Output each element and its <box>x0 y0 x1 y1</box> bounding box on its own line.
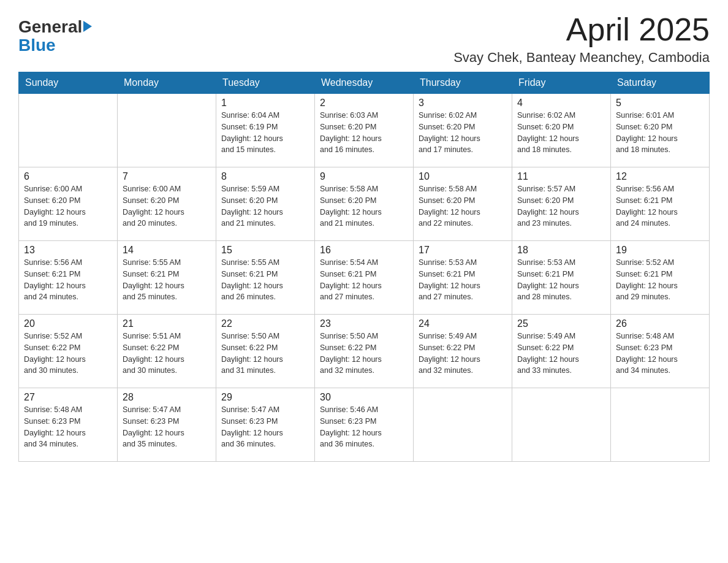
calendar-cell: 26Sunrise: 5:48 AM Sunset: 6:23 PM Dayli… <box>611 315 710 388</box>
column-header-wednesday: Wednesday <box>315 72 414 94</box>
day-number: 2 <box>320 98 408 109</box>
day-number: 22 <box>221 318 309 329</box>
column-header-friday: Friday <box>512 72 611 94</box>
day-number: 10 <box>419 171 507 182</box>
calendar-cell: 17Sunrise: 5:53 AM Sunset: 6:21 PM Dayli… <box>414 241 512 315</box>
calendar-cell: 5Sunrise: 6:01 AM Sunset: 6:20 PM Daylig… <box>611 94 710 167</box>
day-info: Sunrise: 5:50 AM Sunset: 6:22 PM Dayligh… <box>320 331 408 377</box>
day-number: 15 <box>221 245 309 256</box>
calendar-cell: 7Sunrise: 6:00 AM Sunset: 6:20 PM Daylig… <box>118 167 216 241</box>
day-info: Sunrise: 5:58 AM Sunset: 6:20 PM Dayligh… <box>320 183 408 229</box>
day-number: 19 <box>616 245 704 256</box>
logo-blue-text: Blue <box>18 36 56 55</box>
column-header-saturday: Saturday <box>611 72 710 94</box>
calendar-cell: 14Sunrise: 5:55 AM Sunset: 6:21 PM Dayli… <box>118 241 216 315</box>
calendar-cell: 9Sunrise: 5:58 AM Sunset: 6:20 PM Daylig… <box>315 167 414 241</box>
calendar-week-row: 1Sunrise: 6:04 AM Sunset: 6:19 PM Daylig… <box>19 94 710 167</box>
day-info: Sunrise: 5:56 AM Sunset: 6:21 PM Dayligh… <box>24 257 112 303</box>
page-header: General Blue April 2025 Svay Chek, Bante… <box>18 12 710 66</box>
location-title: Svay Chek, Banteay Meanchey, Cambodia <box>453 50 710 66</box>
day-info: Sunrise: 6:04 AM Sunset: 6:19 PM Dayligh… <box>221 110 309 156</box>
calendar-cell: 1Sunrise: 6:04 AM Sunset: 6:19 PM Daylig… <box>216 94 315 167</box>
calendar-cell: 2Sunrise: 6:03 AM Sunset: 6:20 PM Daylig… <box>315 94 414 167</box>
day-info: Sunrise: 6:00 AM Sunset: 6:20 PM Dayligh… <box>123 183 211 229</box>
day-info: Sunrise: 5:58 AM Sunset: 6:20 PM Dayligh… <box>419 183 507 229</box>
calendar-week-row: 20Sunrise: 5:52 AM Sunset: 6:22 PM Dayli… <box>19 315 710 388</box>
day-info: Sunrise: 5:49 AM Sunset: 6:22 PM Dayligh… <box>517 331 605 377</box>
day-info: Sunrise: 5:49 AM Sunset: 6:22 PM Dayligh… <box>419 331 507 377</box>
calendar-header-row: SundayMondayTuesdayWednesdayThursdayFrid… <box>19 72 710 94</box>
day-info: Sunrise: 5:53 AM Sunset: 6:21 PM Dayligh… <box>517 257 605 303</box>
calendar-cell <box>19 94 118 167</box>
day-info: Sunrise: 5:48 AM Sunset: 6:23 PM Dayligh… <box>24 404 112 450</box>
calendar-cell: 25Sunrise: 5:49 AM Sunset: 6:22 PM Dayli… <box>512 315 611 388</box>
logo-arrow-icon <box>83 21 92 32</box>
calendar-cell <box>512 388 611 462</box>
calendar-cell: 20Sunrise: 5:52 AM Sunset: 6:22 PM Dayli… <box>19 315 118 388</box>
calendar-cell: 30Sunrise: 5:46 AM Sunset: 6:23 PM Dayli… <box>315 388 414 462</box>
day-number: 3 <box>419 98 507 109</box>
column-header-thursday: Thursday <box>414 72 512 94</box>
calendar-cell: 3Sunrise: 6:02 AM Sunset: 6:20 PM Daylig… <box>414 94 512 167</box>
day-number: 1 <box>221 98 309 109</box>
calendar-cell: 22Sunrise: 5:50 AM Sunset: 6:22 PM Dayli… <box>216 315 315 388</box>
calendar-week-row: 6Sunrise: 6:00 AM Sunset: 6:20 PM Daylig… <box>19 167 710 241</box>
calendar-cell: 10Sunrise: 5:58 AM Sunset: 6:20 PM Dayli… <box>414 167 512 241</box>
day-info: Sunrise: 5:54 AM Sunset: 6:21 PM Dayligh… <box>320 257 408 303</box>
calendar-cell: 24Sunrise: 5:49 AM Sunset: 6:22 PM Dayli… <box>414 315 512 388</box>
day-number: 17 <box>419 245 507 256</box>
logo: General Blue <box>18 18 92 55</box>
calendar-cell: 27Sunrise: 5:48 AM Sunset: 6:23 PM Dayli… <box>19 388 118 462</box>
calendar-cell: 21Sunrise: 5:51 AM Sunset: 6:22 PM Dayli… <box>118 315 216 388</box>
day-number: 7 <box>123 171 211 182</box>
calendar-cell: 16Sunrise: 5:54 AM Sunset: 6:21 PM Dayli… <box>315 241 414 315</box>
day-number: 8 <box>221 171 309 182</box>
day-info: Sunrise: 5:57 AM Sunset: 6:20 PM Dayligh… <box>517 183 605 229</box>
day-info: Sunrise: 5:59 AM Sunset: 6:20 PM Dayligh… <box>221 183 309 229</box>
calendar-cell: 29Sunrise: 5:47 AM Sunset: 6:23 PM Dayli… <box>216 388 315 462</box>
day-number: 21 <box>123 318 211 329</box>
logo-general: General <box>18 18 82 36</box>
day-number: 28 <box>123 392 211 403</box>
day-info: Sunrise: 6:02 AM Sunset: 6:20 PM Dayligh… <box>517 110 605 156</box>
day-info: Sunrise: 5:47 AM Sunset: 6:23 PM Dayligh… <box>221 404 309 450</box>
day-number: 9 <box>320 171 408 182</box>
calendar-cell <box>118 94 216 167</box>
day-number: 14 <box>123 245 211 256</box>
day-info: Sunrise: 5:55 AM Sunset: 6:21 PM Dayligh… <box>221 257 309 303</box>
month-title: April 2025 <box>453 12 710 47</box>
day-number: 6 <box>24 171 112 182</box>
day-number: 18 <box>517 245 605 256</box>
day-number: 25 <box>517 318 605 329</box>
calendar-cell: 23Sunrise: 5:50 AM Sunset: 6:22 PM Dayli… <box>315 315 414 388</box>
calendar-cell: 13Sunrise: 5:56 AM Sunset: 6:21 PM Dayli… <box>19 241 118 315</box>
day-info: Sunrise: 5:50 AM Sunset: 6:22 PM Dayligh… <box>221 331 309 377</box>
calendar-cell: 4Sunrise: 6:02 AM Sunset: 6:20 PM Daylig… <box>512 94 611 167</box>
day-number: 20 <box>24 318 112 329</box>
column-header-monday: Monday <box>118 72 216 94</box>
day-info: Sunrise: 5:47 AM Sunset: 6:23 PM Dayligh… <box>123 404 211 450</box>
day-number: 24 <box>419 318 507 329</box>
day-number: 23 <box>320 318 408 329</box>
title-section: April 2025 Svay Chek, Banteay Meanchey, … <box>453 12 710 66</box>
day-number: 11 <box>517 171 605 182</box>
day-number: 16 <box>320 245 408 256</box>
day-info: Sunrise: 5:53 AM Sunset: 6:21 PM Dayligh… <box>419 257 507 303</box>
day-info: Sunrise: 6:02 AM Sunset: 6:20 PM Dayligh… <box>419 110 507 156</box>
calendar-cell: 12Sunrise: 5:56 AM Sunset: 6:21 PM Dayli… <box>611 167 710 241</box>
day-info: Sunrise: 5:52 AM Sunset: 6:22 PM Dayligh… <box>24 331 112 377</box>
day-number: 30 <box>320 392 408 403</box>
day-number: 27 <box>24 392 112 403</box>
calendar-cell: 15Sunrise: 5:55 AM Sunset: 6:21 PM Dayli… <box>216 241 315 315</box>
column-header-sunday: Sunday <box>19 72 118 94</box>
day-info: Sunrise: 6:03 AM Sunset: 6:20 PM Dayligh… <box>320 110 408 156</box>
day-info: Sunrise: 5:56 AM Sunset: 6:21 PM Dayligh… <box>616 183 704 229</box>
calendar-week-row: 27Sunrise: 5:48 AM Sunset: 6:23 PM Dayli… <box>19 388 710 462</box>
day-info: Sunrise: 5:46 AM Sunset: 6:23 PM Dayligh… <box>320 404 408 450</box>
day-number: 13 <box>24 245 112 256</box>
day-number: 26 <box>616 318 704 329</box>
calendar-cell <box>611 388 710 462</box>
calendar-week-row: 13Sunrise: 5:56 AM Sunset: 6:21 PM Dayli… <box>19 241 710 315</box>
day-number: 29 <box>221 392 309 403</box>
calendar-cell <box>414 388 512 462</box>
